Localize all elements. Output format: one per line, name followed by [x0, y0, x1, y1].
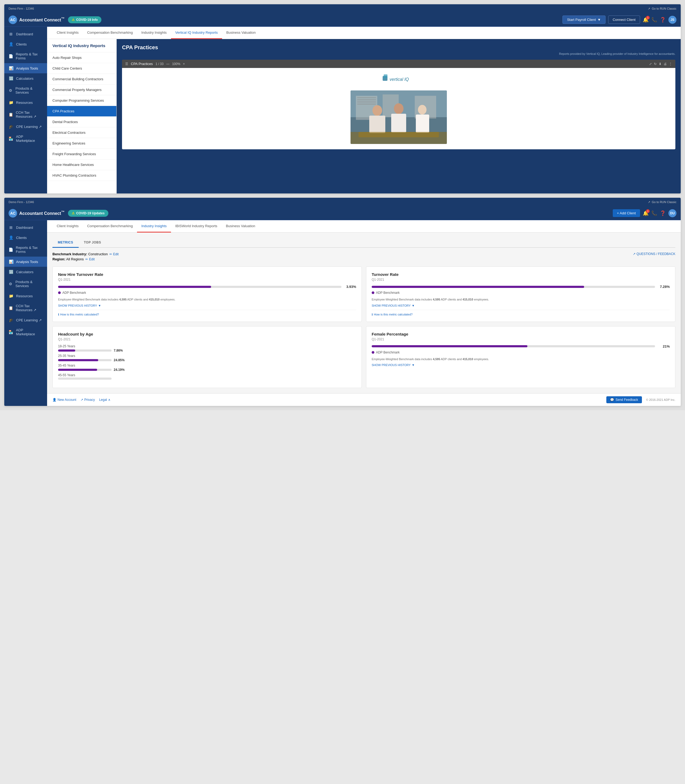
region-edit-link[interactable]: ✏ Edit [85, 257, 95, 261]
hc-row-45-55: 45-55 Years [58, 373, 356, 380]
sidebar-item-cch-1[interactable]: 📋 CCH Tax Resources ↗ [4, 107, 47, 122]
show-history-turnover[interactable]: SHOW PREVIOUS HISTORY ▼ [372, 304, 670, 307]
external-link-qf: ↗ [633, 252, 635, 256]
sidebar-item-clients-2[interactable]: 👤 Clients [4, 232, 47, 243]
sidebar-item-reports-2[interactable]: 📄 Reports & Tax Forms [4, 243, 47, 256]
download-icon[interactable]: ⬇ [659, 62, 661, 66]
viq-page-info: 1 / 33 [156, 62, 164, 66]
show-history-new-hire[interactable]: SHOW PREVIOUS HISTORY ▼ [58, 304, 356, 307]
logo-area-1: AC Accountant Connect™ [8, 16, 65, 24]
tab-industry-insights-2[interactable]: Industry Insights [137, 220, 171, 232]
more-icon[interactable]: ⋮ [669, 62, 672, 66]
start-payroll-button[interactable]: Start Payroll Client ▼ [562, 16, 605, 24]
sidebar-item-dashboard-2[interactable]: ⊞ Dashboard [4, 222, 47, 232]
phone-button-1[interactable]: 📞 [651, 17, 657, 23]
viq-item-child-care[interactable]: Child Care Centers [47, 63, 116, 74]
phone-button-2[interactable]: 📞 [651, 210, 657, 216]
viq-item-auto-repair[interactable]: Auto Repair Shops [47, 52, 116, 63]
how-calc-new-hire[interactable]: ℹ How is this metric calculated? [58, 313, 356, 316]
tab-ibis-world-2[interactable]: IBISWorld Industry Reports [171, 220, 222, 232]
products-icon-1: ⚙ [8, 88, 13, 93]
zoom-minus-icon[interactable]: — [166, 62, 169, 66]
cpe-icon-1: 🎓 [8, 125, 13, 129]
tab-industry-insights-1[interactable]: Industry Insights [137, 27, 171, 39]
notification-button-2[interactable]: 🔔 1 [643, 210, 649, 216]
legal-link-2[interactable]: Legal ∧ [99, 398, 110, 402]
zoom-plus-icon[interactable]: + [183, 62, 185, 66]
app-body-2: ⊞ Dashboard 👤 Clients 📄 Reports & Tax Fo… [4, 220, 681, 406]
user-avatar-1[interactable]: JS [669, 16, 677, 24]
tab-top-jobs[interactable]: TOP JOBS [79, 238, 107, 248]
card-period-female: Q1-2021 [372, 338, 670, 341]
sidebar-item-resources-1[interactable]: 📁 Resources [4, 97, 47, 107]
privacy-link-2[interactable]: ↗ Privacy [81, 398, 95, 402]
show-history-female[interactable]: SHOW PREVIOUS HISTORY ▼ [372, 364, 670, 367]
sidebar-item-products-2[interactable]: ⚙ Products & Services [4, 277, 47, 291]
viq-item-electrical[interactable]: Electrical Contractors [47, 127, 116, 138]
viq-item-hvac[interactable]: HVAC Plumbing Contractors [47, 170, 116, 181]
send-feedback-button-2[interactable]: 💬 Send Feedback [606, 396, 642, 403]
go-to-classic-2[interactable]: ↗ Go to RUN Classic [648, 200, 677, 204]
tab-vertical-iq-1[interactable]: Vertical IQ Industry Reports [171, 27, 222, 39]
copyright-2: © 2016-2021 ADP Inc. [646, 398, 675, 401]
sidebar-item-resources-2[interactable]: 📁 Resources [4, 291, 47, 301]
tab-bar-2: Client Insights Compensation Benchmarkin… [47, 220, 681, 232]
fit-page-icon[interactable]: ⤢ [649, 62, 652, 66]
connect-client-button[interactable]: Connect Client [608, 16, 640, 24]
viq-meeting-image [351, 91, 447, 144]
chevron-legal-2: ∧ [108, 398, 110, 402]
user-avatar-2[interactable]: DU [669, 209, 677, 217]
tab-comp-bench-2[interactable]: Compensation Benchmarking [83, 220, 137, 232]
tab-metrics[interactable]: METRICS [52, 238, 79, 248]
sidebar-item-products-1[interactable]: ⚙ Products & Services [4, 83, 47, 97]
sidebar-item-cpe-1[interactable]: 🎓 CPE Learning ↗ [4, 122, 47, 131]
sidebar-item-adp-2[interactable]: 🏪 ADP Marketplace [4, 325, 47, 339]
hc-row-35-45: 35-45 Years 24.19% [58, 364, 356, 372]
add-client-button[interactable]: + Add Client [613, 209, 640, 217]
hc-bar-track-18-25 [58, 349, 112, 352]
benchmark-edit-link[interactable]: ✏ Edit [109, 252, 119, 256]
covid-button-1[interactable]: ⚠ COVID-19 Info [68, 16, 102, 23]
main-nav-1: AC Accountant Connect™ ⚠ COVID-19 Info S… [4, 13, 681, 27]
sidebar-item-clients-1[interactable]: 👤 Clients [4, 39, 47, 49]
help-button-2[interactable]: ❓ [660, 210, 666, 216]
print-icon[interactable]: 🖨 [664, 62, 667, 66]
external-link-icon-1: ↗ [648, 7, 650, 10]
viq-item-cpa-practices[interactable]: CPA Practices [47, 106, 116, 117]
tab-business-val-2[interactable]: Business Valuation [222, 220, 260, 232]
viq-item-computer-prog[interactable]: Computer Programming Services [47, 95, 116, 106]
sidebar-item-analysis-1[interactable]: 📊 Analysis Tools [4, 63, 47, 73]
sidebar-item-reports-1[interactable]: 📄 Reports & Tax Forms [4, 49, 47, 63]
hamburger-icon[interactable]: ☰ [125, 62, 128, 66]
nav-right-2: + Add Client 🔔 1 📞 ❓ DU [613, 209, 677, 217]
viq-item-home-healthcare[interactable]: Home Healthcare Services [47, 159, 116, 170]
sidebar-item-analysis-2[interactable]: 📊 Analysis Tools [4, 256, 47, 267]
go-to-classic-1[interactable]: ↗ Go to RUN Classic [648, 7, 677, 10]
questions-feedback-link[interactable]: ↗ QUESTIONS / FEEDBACK [633, 252, 675, 256]
viq-item-dental[interactable]: Dental Practices [47, 117, 116, 127]
new-account-icon-2: 👤 [52, 398, 57, 402]
help-button-1[interactable]: ❓ [660, 17, 666, 23]
tab-client-insights-2[interactable]: Client Insights [52, 220, 83, 232]
viq-item-commercial-building[interactable]: Commercial Building Contractors [47, 74, 116, 84]
card-title-turnover: Turnover Rate [372, 272, 670, 277]
covid-button-2[interactable]: ⚠ COVID-19 Updates [68, 210, 109, 217]
sidebar-item-cch-2[interactable]: 📋 CCH Tax Resources ↗ [4, 301, 47, 315]
tab-comp-bench-1[interactable]: Compensation Benchmarking [83, 27, 137, 39]
sidebar-item-cpe-2[interactable]: 🎓 CPE Learning ↗ [4, 315, 47, 325]
sidebar-item-calculators-2[interactable]: 🔢 Calculators [4, 267, 47, 277]
viq-item-commercial-property[interactable]: Commercial Property Managers [47, 84, 116, 95]
new-account-link-2[interactable]: 👤 New Account [52, 398, 76, 402]
viq-item-freight[interactable]: Freight Forwarding Services [47, 149, 116, 159]
products-icon-2: ⚙ [8, 282, 13, 286]
sidebar-item-dashboard-1[interactable]: ⊞ Dashboard [4, 29, 47, 39]
sidebar-item-adp-1[interactable]: 🏪 ADP Marketplace [4, 131, 47, 146]
sidebar-item-calculators-1[interactable]: 🔢 Calculators [4, 73, 47, 83]
viq-item-engineering[interactable]: Engineering Services [47, 138, 116, 149]
tab-client-insights-1[interactable]: Client Insights [52, 27, 83, 39]
how-calc-turnover[interactable]: ℹ How is this metric calculated? [372, 313, 670, 316]
rotate-icon[interactable]: ↻ [654, 62, 657, 66]
panel-1: Demo Firm - 12346 ↗ Go to RUN Classic AC… [4, 4, 681, 193]
tab-business-val-1[interactable]: Business Valuation [222, 27, 260, 39]
notification-button-1[interactable]: 🔔 1 [643, 17, 649, 23]
